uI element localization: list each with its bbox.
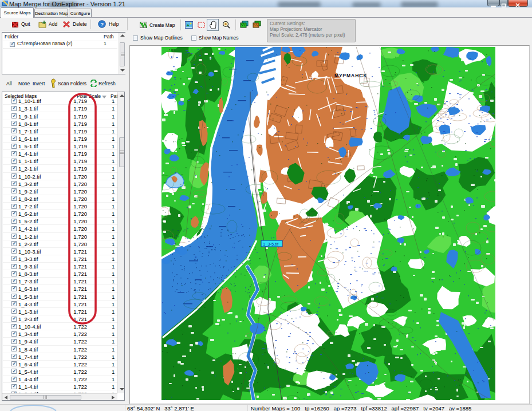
- svg-text:1_3-5.tif: 1_3-5.tif: [263, 242, 279, 247]
- svg-text:МУРМАНСК: МУРМАНСК: [334, 73, 367, 78]
- svg-text:?: ?: [100, 21, 104, 27]
